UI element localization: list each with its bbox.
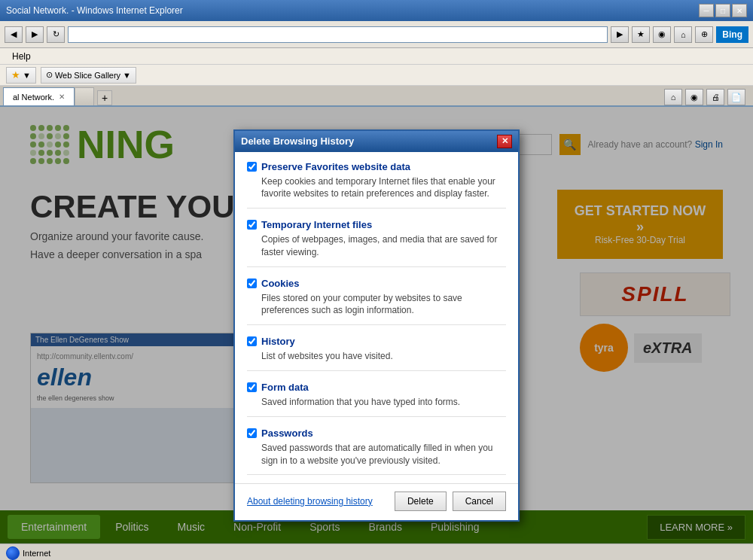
reload-button[interactable]: ↻ [47, 26, 65, 43]
item-title-5: Passwords [261, 428, 313, 439]
delete-button[interactable]: Delete [395, 492, 447, 511]
tab-close-0[interactable]: ✕ [59, 93, 65, 101]
item-desc-0: Keep cookies and temporary Internet file… [261, 175, 506, 201]
window-title: Social Network. - Windows Internet Explo… [6, 5, 699, 16]
modal-overlay: Delete Browsing History ✕ Preserve Favor… [0, 107, 753, 543]
webslice-gallery-button[interactable]: ⊙ Web Slice Gallery ▼ [41, 67, 136, 84]
dialog-item-header-2: Cookies [247, 278, 506, 289]
checkbox-cookies[interactable] [247, 278, 257, 288]
dialog-title: Delete Browsing History [241, 135, 497, 147]
dialog-close-button[interactable]: ✕ [497, 135, 512, 148]
favorites-label: ▼ [23, 71, 31, 80]
checkbox-history[interactable] [247, 336, 257, 346]
item-desc-5: Saved passwords that are automatically f… [261, 442, 506, 467]
dialog-item-3: History List of websites you have visite… [247, 336, 506, 371]
item-desc-3: List of websites you have visited. [261, 350, 506, 363]
tab-home-button[interactable]: ⌂ [664, 89, 682, 105]
item-title-2: Cookies [261, 278, 300, 289]
item-desc-4: Saved information that you have typed in… [261, 396, 506, 409]
dialog-body: Preserve Favorites website data Keep coo… [235, 152, 518, 483]
cancel-button[interactable]: Cancel [453, 492, 506, 511]
dialog-item-4: Form data Saved information that you hav… [247, 382, 506, 417]
toolbar: ★ ▼ ⊙ Web Slice Gallery ▼ [0, 65, 753, 86]
menu-bar: Help [0, 48, 753, 65]
checkbox-temp-files[interactable] [247, 220, 257, 230]
webslice-label: Web Slice Gallery [55, 71, 120, 80]
item-title-1: Temporary Internet files [261, 219, 372, 230]
forward-button[interactable]: ▶ [26, 26, 44, 43]
dialog-item-header-3: History [247, 336, 506, 347]
address-go-button[interactable]: ▶ [611, 26, 629, 43]
dialog-titlebar: Delete Browsing History ✕ [235, 131, 518, 152]
tab-page-button[interactable]: 📄 [727, 89, 745, 105]
item-desc-1: Copies of webpages, images, and media th… [261, 233, 506, 259]
maximize-button[interactable]: □ [715, 4, 730, 17]
checkbox-passwords[interactable] [247, 428, 257, 438]
title-bar: Social Network. - Windows Internet Explo… [0, 0, 753, 21]
dialog-item-header-1: Temporary Internet files [247, 219, 506, 230]
favorites-button[interactable]: ★ ▼ [6, 67, 36, 84]
browser-content: NING 🔍 Already have an account? Sign In … [0, 107, 753, 543]
tab-1[interactable] [75, 87, 94, 105]
item-title-3: History [261, 336, 295, 347]
address-input[interactable]: m/ [68, 26, 608, 43]
favorites-star-button[interactable]: ★ [632, 26, 650, 43]
star-icon: ★ [11, 69, 20, 81]
dialog-item-header-0: Preserve Favorites website data [247, 161, 506, 172]
address-bar: ◀ ▶ ↻ m/ ▶ ★ ◉ ⌂ ⊕ Bing [0, 21, 753, 48]
dialog-item-2: Cookies Files stored on your computer by… [247, 278, 506, 326]
internet-zone-icon [6, 546, 20, 560]
home-button[interactable]: ⌂ [674, 26, 692, 43]
dialog-item-1: Temporary Internet files Copies of webpa… [247, 219, 506, 267]
internet-zone-label: Internet [23, 549, 50, 558]
delete-browsing-history-dialog: Delete Browsing History ✕ Preserve Favor… [233, 129, 520, 522]
window-controls: ─ □ ✕ [699, 4, 747, 17]
checkbox-form-data[interactable] [247, 382, 257, 392]
webslice-icon: ⊙ [46, 70, 53, 80]
dialog-item-5: Passwords Saved passwords that are autom… [247, 428, 506, 476]
print-button[interactable]: ⊕ [695, 26, 713, 43]
back-button[interactable]: ◀ [5, 26, 23, 43]
dialog-item-header-4: Form data [247, 382, 506, 393]
checkbox-preserve-favorites[interactable] [247, 162, 257, 172]
status-bar: Internet [0, 543, 753, 560]
webslice-arrow-icon: ▼ [123, 71, 131, 80]
about-browsing-link[interactable]: About deleting browsing history [247, 496, 389, 507]
menu-help[interactable]: Help [6, 51, 37, 62]
item-title-4: Form data [261, 382, 309, 393]
dialog-item-header-5: Passwords [247, 428, 506, 439]
tab-0[interactable]: al Network. ✕ [3, 87, 75, 105]
dialog-item-0: Preserve Favorites website data Keep coo… [247, 161, 506, 209]
tab-bar: al Network. ✕ + ⌂ ◉ 🖨 📄 [0, 86, 753, 107]
tab-print-button[interactable]: 🖨 [706, 89, 724, 105]
rss-button[interactable]: ◉ [653, 26, 671, 43]
close-window-button[interactable]: ✕ [732, 4, 747, 17]
new-tab-button[interactable]: + [97, 90, 112, 105]
dialog-footer: About deleting browsing history Delete C… [235, 483, 518, 520]
minimize-button[interactable]: ─ [699, 4, 714, 17]
tab-rss-button[interactable]: ◉ [685, 89, 703, 105]
item-title-0: Preserve Favorites website data [261, 161, 410, 172]
tab-label-0: al Network. [13, 93, 54, 102]
item-desc-2: Files stored on your computer by website… [261, 292, 506, 318]
bing-button[interactable]: Bing [716, 26, 748, 43]
